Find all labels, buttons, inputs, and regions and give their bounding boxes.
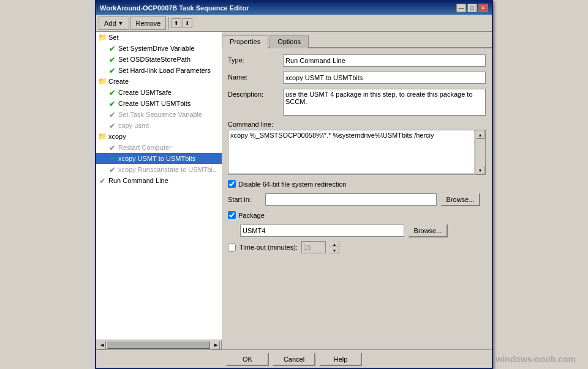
- spinner-down[interactable]: ▼: [330, 247, 339, 253]
- tree-item-create-usmtsafe[interactable]: ✔ Create USMTsafe: [96, 87, 222, 98]
- right-panel: Properties Options Type: Name: Descripti…: [222, 32, 492, 349]
- bottom-bar: OK Cancel Help: [96, 349, 492, 368]
- tree-item-set-task-var[interactable]: ✔ Set Task Sequence Variable: [96, 109, 222, 120]
- type-label: Type:: [228, 54, 283, 64]
- tree-item-create[interactable]: 📁 Create: [96, 76, 222, 87]
- timeout-label: Time-out (minutes):: [239, 244, 298, 251]
- check-icon: ✔: [107, 143, 117, 152]
- command-line-label: Command line:: [228, 121, 486, 128]
- tree-item-xcopy-usmt[interactable]: ✔ xcopy USMT to USMTbits: [96, 153, 222, 164]
- scroll-thumb[interactable]: [107, 341, 210, 349]
- check-icon: ✔: [107, 121, 117, 130]
- tree-item-set-systemdrive[interactable]: ✔ Set SystemDrive Variable: [96, 43, 222, 54]
- remove-button[interactable]: Remove: [130, 17, 167, 30]
- tab-bar: Properties Options: [222, 32, 492, 48]
- tree-item-create-usmt[interactable]: ✔ Create USMT USMTbits: [96, 98, 222, 109]
- package-checkbox[interactable]: [228, 211, 236, 219]
- window-title: WorkAround-OCP0007B Task Sequence Editor: [100, 4, 249, 12]
- package-section: Package Browse...: [228, 211, 486, 237]
- properties-panel: Type: Name: Description: use the USMT 4 …: [222, 48, 492, 349]
- toolbar-icon-2[interactable]: ⬇: [183, 18, 192, 28]
- main-content: 📁 Set ✔ Set SystemDrive Variable ✔ Set O…: [96, 32, 492, 349]
- package-checkbox-row: Package: [228, 211, 486, 219]
- timeout-checkbox[interactable]: [228, 244, 236, 252]
- close-button[interactable]: ✕: [478, 4, 488, 12]
- check-icon: ✔: [107, 154, 117, 163]
- check-icon: ✔: [97, 176, 107, 185]
- window-controls: — □ ✕: [456, 4, 488, 12]
- spinner-arrows: ▲ ▼: [330, 241, 339, 253]
- type-row: Type:: [228, 54, 486, 67]
- check-icon: ✔: [107, 43, 117, 53]
- description-textarea[interactable]: use the USMT 4 package in this step, to …: [283, 89, 486, 116]
- check-icon: ✔: [107, 54, 117, 64]
- start-in-input[interactable]: [265, 193, 437, 206]
- timeout-row: Time-out (minutes): ▲ ▼: [228, 241, 486, 253]
- tree-item-restart[interactable]: ✔ Restart Computer: [96, 142, 222, 153]
- horizontal-scrollbar[interactable]: ◀ ▶: [96, 340, 221, 349]
- add-button[interactable]: Add ▼: [99, 17, 129, 30]
- scroll-up-button[interactable]: ▲: [476, 130, 484, 139]
- task-sequence-tree: 📁 Set ✔ Set SystemDrive Variable ✔ Set O…: [96, 32, 222, 340]
- description-label: Description:: [228, 89, 283, 98]
- tab-options[interactable]: Options: [270, 35, 309, 48]
- help-button[interactable]: Help: [319, 352, 362, 366]
- tree-item-xcopy[interactable]: 📁 xcopy: [96, 131, 222, 142]
- toolbar: Add ▼ Remove ⬆ ⬇: [96, 15, 492, 32]
- scroll-left-button[interactable]: ◀: [97, 341, 106, 349]
- ok-button[interactable]: OK: [226, 352, 269, 366]
- package-input-row: Browse...: [228, 224, 486, 237]
- check-icon: ✔: [107, 88, 117, 97]
- browse-package-button[interactable]: Browse...: [408, 224, 448, 237]
- disable-64bit-checkbox[interactable]: [228, 180, 236, 188]
- toolbar-icon-1[interactable]: ⬆: [172, 18, 181, 28]
- folder-icon: 📁: [97, 76, 107, 86]
- tree-item-xcopy-runscan[interactable]: ✔ xcopy Runscanstate to USMTbi...: [96, 164, 222, 175]
- command-textarea[interactable]: xcopy %_SMSTSOCP00058%\*.* %systemdrive%…: [228, 130, 474, 173]
- start-in-row: Start in: Browse...: [228, 193, 486, 206]
- check-icon: ✔: [107, 165, 117, 174]
- toolbar-separator: [168, 17, 169, 29]
- tree-item-set[interactable]: 📁 Set: [96, 32, 222, 43]
- check-icon: ✔: [107, 99, 117, 108]
- scroll-down-button[interactable]: ▼: [476, 166, 484, 174]
- package-label: Package: [238, 212, 265, 219]
- package-input[interactable]: [240, 225, 404, 237]
- main-window: WorkAround-OCP0007B Task Sequence Editor…: [95, 0, 493, 369]
- tree-item-copy-usmt[interactable]: ✔ copy usmt: [96, 120, 222, 131]
- description-row: Description: use the USMT 4 package in t…: [228, 89, 486, 116]
- tree-item-set-osd[interactable]: ✔ Set OSDStateStorePath: [96, 54, 222, 65]
- spinner-up[interactable]: ▲: [330, 241, 339, 247]
- check-icon: ✔: [107, 65, 117, 75]
- folder-icon: 📁: [97, 132, 107, 141]
- vertical-scrollbar[interactable]: ▲ ▼: [475, 130, 485, 174]
- name-input[interactable]: [283, 72, 486, 84]
- title-bar: WorkAround-OCP0007B Task Sequence Editor…: [96, 1, 492, 15]
- disable-64bit-label: Disable 64-bit file system redirection: [238, 181, 347, 188]
- name-row: Name:: [228, 72, 486, 84]
- disable-64bit-row: Disable 64-bit file system redirection: [228, 180, 486, 188]
- maximize-button[interactable]: □: [467, 4, 477, 12]
- command-area: xcopy %_SMSTSOCP00058%\*.* %systemdrive%…: [228, 130, 486, 175]
- tab-properties[interactable]: Properties: [222, 35, 268, 48]
- tree-item-set-hardlink[interactable]: ✔ Set Hard-link Load Parameters: [96, 65, 222, 76]
- browse-start-in-button[interactable]: Browse...: [440, 193, 480, 206]
- name-label: Name:: [228, 72, 283, 81]
- tree-item-run-command[interactable]: ✔ Run Command Line: [96, 175, 222, 186]
- cancel-button[interactable]: Cancel: [273, 352, 315, 366]
- check-icon: ✔: [107, 110, 117, 119]
- folder-icon: 📁: [97, 32, 107, 42]
- scroll-right-button[interactable]: ▶: [211, 341, 220, 349]
- start-in-label: Start in:: [228, 196, 262, 203]
- type-input[interactable]: [283, 54, 486, 67]
- timeout-input[interactable]: [301, 241, 326, 253]
- minimize-button[interactable]: —: [456, 4, 466, 12]
- watermark: windows-noob.com: [496, 354, 576, 364]
